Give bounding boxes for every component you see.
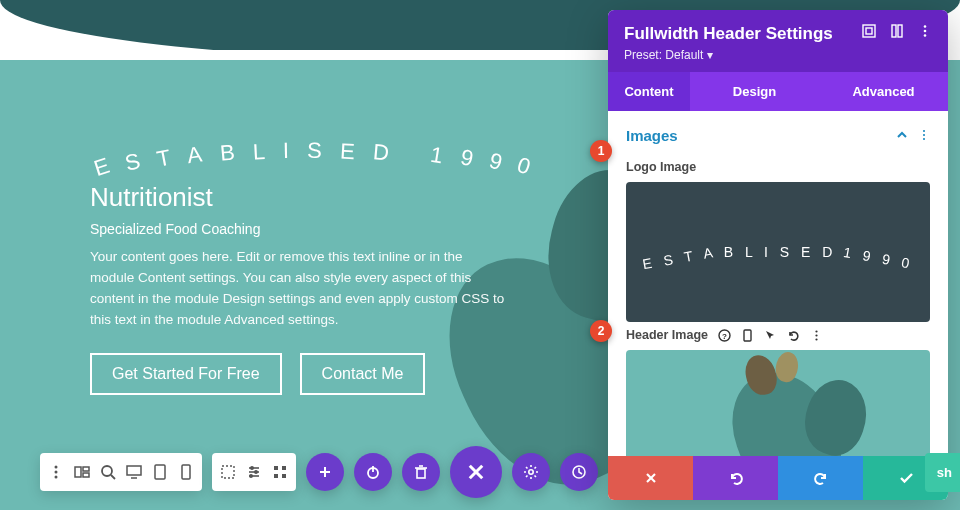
svg-point-42 — [923, 134, 925, 136]
redo-button[interactable] — [778, 456, 863, 500]
power-icon — [365, 464, 381, 480]
svg-point-49 — [815, 338, 817, 340]
trash-icon — [413, 464, 429, 480]
svg-rect-5 — [83, 473, 89, 477]
svg-rect-27 — [417, 469, 425, 478]
cta-secondary-button[interactable]: Contact Me — [300, 353, 426, 395]
toolbar-group-mid — [212, 453, 296, 491]
svg-rect-4 — [83, 467, 89, 471]
more-vertical-icon[interactable] — [918, 127, 930, 144]
svg-point-40 — [924, 34, 927, 37]
help-icon[interactable]: ? — [718, 329, 731, 342]
svg-rect-46 — [744, 330, 751, 341]
tab-content[interactable]: Content — [608, 72, 690, 111]
section-title: Images — [626, 127, 678, 144]
svg-point-47 — [815, 330, 817, 332]
header-image-field[interactable] — [626, 350, 930, 456]
svg-rect-37 — [898, 25, 902, 37]
svg-point-32 — [529, 470, 533, 474]
svg-point-0 — [55, 466, 58, 469]
section-toggle-images[interactable]: Images — [626, 123, 930, 154]
more-vertical-icon[interactable] — [918, 24, 932, 38]
svg-point-41 — [923, 130, 925, 132]
svg-rect-19 — [274, 466, 278, 470]
snap-icon[interactable] — [890, 24, 904, 38]
logo-curved-text: E S T A B L I S E D 1 9 9 0 — [90, 140, 580, 166]
panel-footer — [608, 456, 948, 500]
more-vertical-icon[interactable] — [48, 464, 64, 480]
hero-title[interactable]: Nutritionist — [90, 182, 580, 213]
toolbar-group-left — [40, 453, 202, 491]
settings-button[interactable] — [512, 453, 550, 491]
annotation-marker-1: 1 — [590, 140, 612, 162]
svg-rect-3 — [75, 467, 81, 477]
svg-rect-10 — [155, 465, 165, 479]
svg-rect-12 — [222, 466, 234, 478]
svg-point-6 — [102, 466, 112, 476]
reset-icon[interactable] — [787, 329, 800, 342]
phone-icon[interactable] — [178, 464, 194, 480]
svg-rect-8 — [127, 466, 141, 475]
chevron-down-icon: ▾ — [707, 48, 713, 62]
svg-rect-36 — [892, 25, 896, 37]
clock-icon — [571, 464, 587, 480]
more-vertical-icon[interactable] — [810, 329, 823, 342]
svg-rect-34 — [863, 25, 875, 37]
preset-selector[interactable]: Preset: Default ▾ — [624, 48, 932, 62]
select-icon[interactable] — [220, 464, 236, 480]
svg-line-7 — [111, 475, 115, 479]
hero-body-text[interactable]: Your content goes here. Edit or remove t… — [90, 247, 510, 331]
logo-image-field[interactable]: E S T A B L I S E D 1 9 9 0 — [626, 182, 930, 322]
svg-rect-21 — [274, 474, 278, 478]
undo-button[interactable] — [693, 456, 778, 500]
svg-point-43 — [923, 138, 925, 140]
close-builder-button[interactable] — [450, 446, 502, 498]
power-button[interactable] — [354, 453, 392, 491]
cancel-button[interactable] — [608, 456, 693, 500]
svg-point-2 — [55, 476, 58, 479]
panel-body[interactable]: Images Logo Image E S T A B L I S E D 1 … — [608, 111, 948, 456]
chevron-up-icon[interactable] — [896, 127, 908, 144]
svg-rect-20 — [282, 466, 286, 470]
adjust-icon[interactable] — [246, 464, 262, 480]
svg-point-1 — [55, 471, 58, 474]
tab-design[interactable]: Design — [690, 72, 819, 111]
logo-image-label: Logo Image — [626, 160, 930, 174]
svg-point-48 — [815, 334, 817, 336]
hover-icon[interactable] — [764, 329, 777, 342]
header-image-label: Header Image ? — [626, 328, 930, 342]
module-settings-panel: Fullwidth Header Settings Preset: Defaul… — [608, 10, 948, 500]
cta-primary-button[interactable]: Get Started For Free — [90, 353, 282, 395]
close-icon — [466, 462, 486, 482]
share-tab[interactable]: sh — [925, 453, 960, 492]
svg-rect-22 — [282, 474, 286, 478]
panel-header[interactable]: Fullwidth Header Settings Preset: Defaul… — [608, 10, 948, 72]
grid-icon[interactable] — [272, 464, 288, 480]
zoom-icon[interactable] — [100, 464, 116, 480]
annotation-marker-2: 2 — [590, 320, 612, 342]
tablet-icon[interactable] — [152, 464, 168, 480]
hero-subtitle[interactable]: Specialized Food Coaching — [90, 221, 580, 237]
phone-icon[interactable] — [741, 329, 754, 342]
gear-icon — [523, 464, 539, 480]
svg-text:?: ? — [722, 331, 727, 340]
svg-point-38 — [924, 25, 927, 28]
svg-rect-35 — [866, 28, 872, 34]
history-button[interactable] — [560, 453, 598, 491]
svg-point-39 — [924, 30, 927, 33]
desktop-icon[interactable] — [126, 464, 142, 480]
expand-icon[interactable] — [862, 24, 876, 38]
svg-point-18 — [250, 475, 252, 477]
add-button[interactable] — [306, 453, 344, 491]
svg-point-17 — [255, 471, 257, 473]
panel-tabs: Content Design Advanced — [608, 72, 948, 111]
tab-advanced[interactable]: Advanced — [819, 72, 948, 111]
wireframe-icon[interactable] — [74, 464, 90, 480]
builder-bottom-toolbar — [40, 446, 640, 498]
delete-button[interactable] — [402, 453, 440, 491]
svg-rect-11 — [182, 465, 190, 479]
plus-icon — [317, 464, 333, 480]
svg-point-16 — [251, 467, 253, 469]
